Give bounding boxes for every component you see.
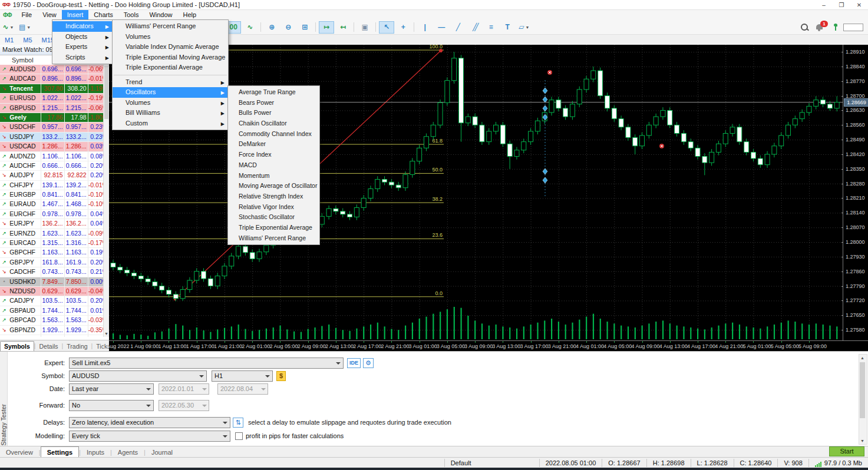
submenu-item-volumes[interactable]: Volumes▶ <box>113 98 228 108</box>
forward-select[interactable]: No <box>69 400 154 411</box>
market-watch-row-usdcad[interactable]: ↘USDCAD1.286...1.286...0.03% <box>0 142 109 151</box>
text-label-icon[interactable]: T <box>500 21 515 34</box>
chart-profile-icon[interactable]: ▤▼ <box>17 21 32 34</box>
market-watch-row-usdhkd[interactable]: •USDHKD7.849...7.850...0.00% <box>0 277 109 287</box>
submenu-item-bill-williams[interactable]: Bill Williams▶ <box>113 108 228 118</box>
chart-shift-icon[interactable]: ↤ <box>335 21 351 34</box>
chart-line-style-icon[interactable]: ∿▼ <box>1 21 16 34</box>
auto-scroll-icon[interactable]: ↦ <box>319 21 334 34</box>
date-range-select[interactable]: Last year <box>69 383 154 395</box>
market-watch-row-audchf[interactable]: ↗AUDCHF0.666...0.666...0.20% <box>0 161 109 171</box>
market-watch-row-chfjpy[interactable]: ↗CHFJPY139.1...139.2...-0.01% <box>0 181 109 190</box>
close-button[interactable]: ✕ <box>850 1 868 9</box>
market-watch-row-usdjpy[interactable]: ↘USDJPY133.2...133.2...0.23% <box>0 133 109 142</box>
ide-button[interactable]: IDE <box>347 358 361 368</box>
market-watch-row-eurcad[interactable]: ↗EURCAD1.315...1.316...-0.17% <box>0 239 109 248</box>
market-watch-row-audnzd[interactable]: ↗AUDNZD1.106...1.106...0.08% <box>0 152 109 161</box>
line-chart-icon[interactable]: ∿ <box>242 21 258 34</box>
scroll-up-arrow[interactable]: ▲ <box>859 355 866 361</box>
expert-settings-gear-icon[interactable]: ⚙ <box>363 358 374 368</box>
market-watch-row-geely[interactable]: ↘Geely17.8617.98-1.80% <box>0 113 109 123</box>
modelling-select[interactable]: Every tick <box>69 431 230 442</box>
menubar-item-file[interactable]: File <box>16 10 37 20</box>
market-watch-row-audcad[interactable]: ↗AUDCAD0.896...0.896...-0.01% <box>0 74 109 84</box>
oscillator-item-moving-average-of-oscillator[interactable]: Moving Average of Oscillator <box>228 181 319 191</box>
tester-tab-overview[interactable]: Overview <box>0 447 39 458</box>
market-watch-row-gbpcad[interactable]: ↗GBPCAD1.563...1.563...-0.03% <box>0 316 109 325</box>
shapes-icon[interactable]: ▱▼ <box>516 21 532 34</box>
zoom-in-icon[interactable]: ⊕ <box>264 21 279 34</box>
screenshot-icon[interactable]: ▣ <box>357 21 372 34</box>
search-icon[interactable] <box>801 24 808 31</box>
dropdown-arrow-icon[interactable]: ▼ <box>27 25 31 29</box>
menubar-item-insert[interactable]: Insert <box>62 10 89 20</box>
menubar-item-charts[interactable]: Charts <box>88 10 118 20</box>
menubar-item-view[interactable]: View <box>37 10 62 20</box>
dropdown-arrow-icon[interactable]: ▼ <box>525 25 529 29</box>
oscillator-item-chaikin-oscillator[interactable]: Chaikin Oscillator <box>228 118 319 129</box>
market-watch-row-nzdusd[interactable]: ↘NZDUSD0.629...0.629...-0.04% <box>0 287 109 296</box>
oscillator-item-williams-percent-range[interactable]: Williams' Percent Range <box>228 233 319 244</box>
menu-item-indicators[interactable]: Indicators▶ <box>52 21 113 32</box>
submenu-item-custom[interactable]: Custom▶ <box>113 118 228 129</box>
oscillator-item-bulls-power[interactable]: Bulls Power <box>228 108 319 118</box>
market-watch-row-cadjpy[interactable]: ↗CADJPY103.5...103.5...0.20% <box>0 296 109 306</box>
oscillator-item-relative-vigor-index[interactable]: Relative Vigor Index <box>228 202 319 213</box>
tester-tab-journal[interactable]: Journal <box>146 447 179 458</box>
dropdown-arrow-icon[interactable]: ▼ <box>10 25 14 29</box>
oscillator-item-macd[interactable]: MACD <box>228 160 319 171</box>
market-watch-row-gbpchf[interactable]: ↘GBPCHF1.163...1.163...0.19% <box>0 248 109 257</box>
market-watch-tab-symbols[interactable]: Symbols <box>0 341 34 351</box>
oscillator-item-momentum[interactable]: Momentum <box>228 171 319 181</box>
timeframe-button-m1[interactable]: M1 <box>0 37 18 44</box>
oscillator-item-average-true-range[interactable]: Average True Range <box>228 87 319 98</box>
symbol-properties-button[interactable]: $ <box>276 371 286 381</box>
tile-windows-icon[interactable]: ⊞ <box>297 21 312 34</box>
market-watch-row-gbpusd[interactable]: ↗GBPUSD1.215...1.215...-0.06% <box>0 104 109 113</box>
menu-item-objects[interactable]: Objects▶ <box>52 32 113 42</box>
restore-button[interactable]: ❐ <box>833 1 850 9</box>
market-watch-row-usdchf[interactable]: ↘USDCHF0.957...0.957...0.23% <box>0 123 109 132</box>
price-axis[interactable]: 1.289101.288401.287701.287001.286301.285… <box>843 45 868 340</box>
market-watch-row-audjpy[interactable]: ↘AUDJPY92.81592.8220.20% <box>0 171 109 180</box>
expert-select[interactable]: Sell Limit.ex5 <box>69 358 344 369</box>
submenu-item-variable-index-dynamic-average[interactable]: Variable Index Dynamic Average <box>113 42 228 52</box>
market-watch-row-eurchf[interactable]: ↗EURCHF0.978...0.978...0.04% <box>0 210 109 219</box>
crosshair-icon[interactable]: + <box>395 21 411 34</box>
notifications-bell-icon[interactable]: 1 <box>816 23 826 31</box>
timeframe-button-m5[interactable]: M5 <box>18 37 37 44</box>
submenu-item-trend[interactable]: Trend▶ <box>113 77 228 88</box>
market-watch-row-euraud[interactable]: ↗EURAUD1.467...1.468...-0.10% <box>0 200 109 209</box>
market-watch-row-tencent[interactable]: ↘Tencent307.80308.20-1.19% <box>0 84 109 94</box>
profit-in-pips-checkbox[interactable] <box>235 432 243 440</box>
vertical-line-icon[interactable]: | <box>417 21 433 34</box>
delays-select[interactable]: Zero latency, ideal execution <box>69 417 230 428</box>
trendline-icon[interactable]: ╱ <box>450 21 466 34</box>
tester-tab-settings[interactable]: Settings <box>41 446 79 458</box>
market-watch-row-audusd[interactable]: ↗AUDUSD0.696...0.696...-0.06% <box>0 65 109 74</box>
market-watch-tab-details[interactable]: Details <box>36 342 62 351</box>
delays-settings-icon[interactable]: ⇅ <box>233 418 243 428</box>
zoom-out-icon[interactable]: ⊖ <box>280 21 296 34</box>
minimize-button[interactable]: – <box>815 1 833 9</box>
oscillator-item-bears-power[interactable]: Bears Power <box>228 98 319 108</box>
oscillator-item-triple-exponential-average[interactable]: Triple Exponential Average <box>228 223 319 233</box>
market-watch-row-gbpjpy[interactable]: ↗GBPJPY161.8...161.9...0.20% <box>0 258 109 267</box>
tester-tab-agents[interactable]: Agents <box>112 447 144 458</box>
menu-item-scripts[interactable]: Scripts▶ <box>52 52 113 63</box>
oscillator-item-demarker[interactable]: DeMarker <box>228 139 319 150</box>
market-watch-row-cadchf[interactable]: ↘CADCHF0.743...0.743...0.21% <box>0 267 109 277</box>
scrollbar-down-arrow[interactable]: ▼ <box>104 331 109 337</box>
market-watch-tab-trading[interactable]: Trading <box>63 342 91 351</box>
menu-item-experts[interactable]: Experts▶ <box>52 42 113 52</box>
submenu-item-triple-exponential-average[interactable]: Triple Exponential Average <box>113 62 228 73</box>
tester-scrollbar[interactable]: ▲ ▼ <box>859 354 867 445</box>
scrollbar-thumb[interactable] <box>104 66 108 119</box>
market-watch-row-gbpnzd[interactable]: ↘GBPNZD1.929...1.929...-0.35% <box>0 326 109 335</box>
submenu-item-williams-percent-range[interactable]: Williams' Percent Range <box>113 21 228 32</box>
period-select[interactable]: H1 <box>212 370 273 382</box>
market-watch-row-eurjpy[interactable]: ↘EURJPY136.2...136.2...0.04% <box>0 219 109 229</box>
menubar-item-help[interactable]: Help <box>178 10 202 20</box>
submenu-item-volumes[interactable]: Volumes <box>113 32 228 42</box>
symbol-select[interactable]: AUDUSD <box>69 370 207 382</box>
